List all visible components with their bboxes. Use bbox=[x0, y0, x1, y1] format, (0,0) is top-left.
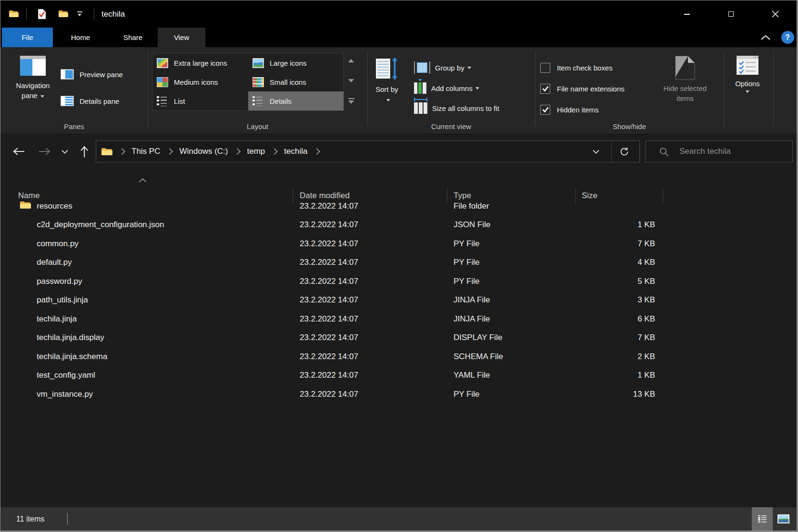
table-row[interactable]: c2d_deployment_configuration.json 23.2.2… bbox=[0, 216, 797, 235]
status-bar: 11 items bbox=[0, 507, 797, 531]
hide-selected-items-button[interactable]: Hide selected items bbox=[648, 56, 722, 103]
address-separator bbox=[611, 141, 612, 162]
layout-details[interactable]: Details bbox=[248, 91, 343, 110]
file-size: 1 KB bbox=[576, 366, 655, 385]
preview-pane-label: Preview pane bbox=[80, 70, 123, 79]
new-folder-icon bbox=[58, 10, 68, 18]
minimize-button[interactable] bbox=[665, 0, 709, 28]
file-modified: 23.2.2022 14:07 bbox=[300, 385, 358, 404]
table-row[interactable]: common.py 23.2.2022 14:07 PY File 7 KB bbox=[0, 234, 797, 253]
size-all-columns-button[interactable]: Size all columns to fit bbox=[414, 101, 499, 115]
table-row[interactable]: techila.jinja.schema 23.2.2022 14:07 SCH… bbox=[0, 347, 797, 366]
tab-file[interactable]: File bbox=[2, 28, 53, 47]
breadcrumb-windows-c[interactable]: Windows (C:) bbox=[179, 147, 228, 156]
breadcrumb-chevron-icon[interactable] bbox=[234, 148, 241, 155]
title-bar: techila bbox=[0, 0, 797, 28]
breadcrumb-chevron-icon[interactable] bbox=[119, 148, 125, 155]
table-row[interactable]: resources 23.2.2022 14:07 File folder bbox=[0, 197, 797, 216]
tab-share[interactable]: Share bbox=[107, 28, 159, 47]
add-columns-button[interactable]: Add columns bbox=[414, 81, 479, 95]
recent-locations-button[interactable] bbox=[56, 142, 73, 161]
refresh-icon bbox=[619, 147, 629, 157]
layout-extra-large-icons[interactable]: Extra large icons bbox=[152, 53, 248, 72]
table-row[interactable]: techila.jinja 23.2.2022 14:07 JINJA File… bbox=[0, 310, 797, 329]
file-name: default.py bbox=[37, 253, 72, 272]
item-check-boxes-option[interactable]: Item check boxes bbox=[540, 61, 613, 74]
triangle-up-icon bbox=[348, 59, 354, 62]
file-type: JINJA File bbox=[454, 310, 490, 329]
sort-by-icon bbox=[376, 57, 398, 80]
file-name: path_utils.jinja bbox=[37, 291, 88, 310]
refresh-button[interactable] bbox=[616, 141, 632, 162]
breadcrumb-chevron-icon[interactable] bbox=[271, 148, 278, 155]
section-label-current-view: Current view bbox=[367, 121, 535, 131]
file-size: 3 KB bbox=[576, 291, 655, 310]
close-button[interactable] bbox=[753, 0, 797, 28]
navigation-pane-button[interactable]: Navigation pane bbox=[10, 56, 56, 100]
file-modified: 23.2.2022 14:07 bbox=[300, 253, 358, 272]
collapse-ribbon-button[interactable] bbox=[756, 28, 776, 47]
address-bar[interactable]: This PC Windows (C:) temp techila bbox=[96, 141, 640, 162]
address-dropdown-button[interactable] bbox=[589, 141, 603, 162]
breadcrumb-chevron-icon[interactable] bbox=[313, 148, 320, 155]
qat-new-folder-button[interactable] bbox=[58, 10, 68, 20]
table-row[interactable]: password.py 23.2.2022 14:07 PY File 5 KB bbox=[0, 272, 797, 291]
dropdown-caret-icon bbox=[475, 87, 479, 90]
options-button[interactable]: Options bbox=[726, 56, 769, 93]
section-label-layout: Layout bbox=[148, 121, 367, 131]
extra-large-icons-icon bbox=[157, 58, 168, 68]
close-icon bbox=[772, 10, 779, 18]
layout-large-icons[interactable]: Large icons bbox=[248, 53, 343, 72]
preview-pane-icon bbox=[61, 69, 74, 80]
forward-button[interactable] bbox=[35, 142, 54, 161]
sort-by-button[interactable]: Sort by bbox=[370, 57, 404, 104]
tab-home[interactable]: Home bbox=[54, 28, 107, 47]
checkbox[interactable] bbox=[540, 105, 550, 115]
file-name-extensions-option[interactable]: File name extensions bbox=[540, 82, 625, 95]
maximize-button[interactable] bbox=[709, 0, 753, 28]
tab-view[interactable]: View bbox=[158, 28, 205, 47]
layout-list[interactable]: List bbox=[152, 91, 248, 110]
layout-small-icons[interactable]: Small icons bbox=[248, 72, 343, 91]
breadcrumb-temp[interactable]: temp bbox=[247, 147, 265, 156]
file-type: YAML File bbox=[454, 366, 490, 385]
qat-properties-button[interactable] bbox=[38, 9, 46, 21]
search-input[interactable] bbox=[678, 146, 785, 157]
breadcrumb-techila[interactable]: techila bbox=[284, 147, 307, 156]
options-label: Options bbox=[735, 79, 760, 89]
hidden-items-option[interactable]: Hidden items bbox=[540, 103, 599, 116]
search-box[interactable] bbox=[646, 141, 793, 162]
checkbox[interactable] bbox=[540, 63, 550, 73]
table-row[interactable]: vm_instance.py 23.2.2022 14:07 PY File 1… bbox=[0, 385, 797, 404]
gallery-scroll-down-button[interactable] bbox=[346, 75, 356, 86]
dropdown-caret-icon bbox=[386, 99, 390, 101]
details-view-toggle[interactable] bbox=[752, 507, 773, 531]
file-size: 5 KB bbox=[576, 272, 655, 291]
check-icon bbox=[542, 86, 549, 91]
hide-selected-items-icon bbox=[675, 56, 695, 80]
details-pane-button[interactable]: Details pane bbox=[61, 94, 119, 108]
preview-pane-button[interactable]: Preview pane bbox=[61, 67, 123, 81]
breadcrumb-chevron-icon[interactable] bbox=[166, 148, 173, 155]
ribbon-tab-strip: File Home Share View ? bbox=[0, 28, 797, 47]
breadcrumb-this-pc[interactable]: This PC bbox=[131, 147, 160, 156]
gallery-scroll-up-button[interactable] bbox=[346, 55, 356, 66]
size-all-columns-icon bbox=[414, 102, 427, 114]
table-row[interactable]: path_utils.jinja 23.2.2022 14:07 JINJA F… bbox=[0, 291, 797, 310]
up-button[interactable] bbox=[75, 142, 94, 161]
checkbox-label: Item check boxes bbox=[557, 64, 613, 72]
thumbnail-view-toggle[interactable] bbox=[773, 507, 794, 531]
qat-customize-dropdown[interactable] bbox=[76, 11, 83, 16]
file-size: 1 KB bbox=[576, 216, 655, 235]
help-button[interactable]: ? bbox=[779, 28, 796, 47]
checkbox[interactable] bbox=[540, 84, 550, 94]
layout-medium-icons[interactable]: Medium icons bbox=[152, 72, 248, 91]
status-separator bbox=[67, 513, 68, 525]
file-type: DISPLAY File bbox=[454, 329, 502, 348]
table-row[interactable]: test_config.yaml 23.2.2022 14:07 YAML Fi… bbox=[0, 366, 797, 385]
gallery-more-button[interactable] bbox=[346, 94, 356, 108]
group-by-button[interactable]: Group by bbox=[414, 60, 471, 75]
table-row[interactable]: default.py 23.2.2022 14:07 PY File 4 KB bbox=[0, 253, 797, 272]
table-row[interactable]: techila.jinja.display 23.2.2022 14:07 DI… bbox=[0, 329, 797, 348]
back-button[interactable] bbox=[9, 142, 28, 161]
